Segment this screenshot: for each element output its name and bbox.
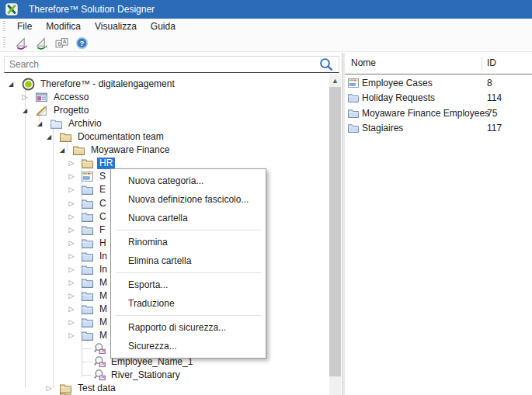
expanded-arrow-icon[interactable]: ◢ [20,105,30,116]
tree-row-river-stationary[interactable]: River_Stationary [0,369,329,382]
menu-separator [116,272,261,273]
collapsed-arrow-icon[interactable]: ▷ [67,290,76,302]
tree-row-moyaware-finance[interactable]: ◢Moyaware Finance [0,144,329,157]
tree-label[interactable]: Accesso [51,92,91,103]
list-row-moyaware-finance-employees[interactable]: Moyaware Finance Employees75 [345,106,532,121]
tree-label[interactable]: Progetto [51,105,91,116]
context-menu-item-traduzione[interactable]: Traduzione [111,294,266,313]
context-menu-item-esporta[interactable]: Esporta... [111,275,266,294]
menu-file[interactable]: File [10,21,39,32]
tree-label[interactable]: In [97,264,110,275]
menu-separator [116,315,261,316]
context-menu-item-sicurezza[interactable]: Sicurezza... [111,337,266,355]
tree-label[interactable]: F [97,224,107,236]
context-menu-item-rapporto-di-sicurezza[interactable]: Rapporto di sicurezza... [111,318,266,337]
column-divider[interactable] [482,57,482,71]
detail-panel: Nome ID Employee Cases8Holiday Requests1… [345,53,532,395]
collapsed-arrow-icon[interactable]: ▷ [67,224,76,236]
collapsed-arrow-icon[interactable]: ▷ [67,184,76,196]
list-item-id: 117 [487,123,502,133]
tree-row-progetto[interactable]: ◢Progetto [0,104,329,117]
search-input[interactable] [5,57,318,71]
list-item-name: Holiday Requests [362,92,435,103]
context-menu-item-rinomina[interactable]: Rinomina [111,233,266,251]
context-menu-item-nuova-cartella[interactable]: Nuova cartella [111,209,266,227]
folder-blue-icon [347,107,360,120]
tree-label[interactable]: In [97,251,110,262]
collapsed-arrow-icon[interactable]: ▷ [67,237,76,249]
list-row-holiday-requests[interactable]: Holiday Requests114 [345,91,532,106]
tree-label[interactable]: C [97,198,109,210]
expanded-arrow-icon[interactable]: ◢ [57,144,67,156]
context-menu-item-nuova-categoria[interactable]: Nuova categoria... [111,172,266,190]
expanded-arrow-icon[interactable]: ◢ [44,131,54,143]
designer-purple-icon[interactable] [12,35,30,50]
collapsed-arrow-icon[interactable]: ▷ [67,198,76,210]
tree-label[interactable]: M [97,290,110,302]
project-icon [35,104,48,117]
collapsed-arrow-icon[interactable]: ▷ [67,264,76,275]
help-icon[interactable]: ? [72,35,91,50]
collapsed-arrow-icon[interactable]: ▷ [67,277,76,289]
designer-green-icon[interactable] [32,35,50,50]
scroll-up-icon[interactable]: ▲ [329,74,341,87]
tree-row-therefore-digitalengagement[interactable]: ◢Therefore™ - digitalengagement [0,78,329,91]
tree-label[interactable]: S [97,171,108,182]
collapsed-arrow-icon[interactable]: ▷ [67,303,76,315]
category-icon [81,170,94,183]
list-item-name: Stagiaires [362,123,403,133]
folder-tan-icon [72,144,85,157]
column-header-id[interactable]: ID [487,57,496,68]
context-menu-item-elimina-cartella[interactable]: Elimina cartella [111,251,266,270]
folder-blue-icon [81,263,94,276]
search-icon[interactable] [318,57,334,72]
tree-label[interactable]: M [97,330,110,341]
collapsed-arrow-icon[interactable]: ▷ [67,211,76,223]
list-item-id: 75 [487,108,497,119]
list-item-name: Employee Cases [362,78,433,88]
tree-row-documentation-team[interactable]: ◢Documentation team [0,130,329,144]
tree-label[interactable]: Moyaware Finance [89,144,172,156]
list-row-stagiaires[interactable]: Stagiaires117 [345,121,532,136]
menu-modifica[interactable]: Modifica [39,21,88,32]
access-icon [35,91,48,104]
tree-label[interactable]: Archivio [66,118,104,130]
collapsed-arrow-icon[interactable]: ▷ [67,330,76,341]
collapsed-arrow-icon[interactable]: ▷ [20,92,30,103]
tree-row-accesso[interactable]: ▷Accesso [0,91,329,104]
collapsed-arrow-icon[interactable]: ▷ [67,171,76,182]
scrollbar-thumb[interactable] [329,87,341,376]
collapsed-arrow-icon[interactable]: ▷ [67,251,76,262]
folder-blue-icon [81,289,94,303]
translate-icon[interactable]: 6A [52,35,71,50]
menu-visualizza[interactable]: Visualizza [88,21,144,32]
folder-blue-icon [347,92,360,104]
folder-tan-icon [59,390,72,395]
tree-label[interactable]: Documentation team [75,131,166,143]
folder-blue-icon [81,223,94,237]
category-icon [347,77,360,89]
tree-label[interactable]: Therefore™ - digitalengagement [38,78,177,90]
tree-label[interactable]: H [97,237,109,249]
expanded-arrow-icon[interactable]: ◢ [35,118,44,130]
tree-label[interactable]: River_Stationary [109,369,183,381]
tree-label[interactable]: E [97,184,108,196]
collapsed-arrow-icon[interactable]: ▷ [67,158,76,169]
tree-label[interactable]: M [97,303,110,315]
list-header: Nome ID [345,53,532,74]
query-icon [93,342,106,355]
list-row-employee-cases[interactable]: Employee Cases8 [345,76,532,91]
collapsed-arrow-icon[interactable]: ▷ [67,317,76,328]
tree-label[interactable]: M [97,317,110,328]
tree-label[interactable]: C [97,211,109,223]
menu-guida[interactable]: Guida [144,21,183,32]
tree-row[interactable] [0,390,329,395]
folder-blue-icon [81,250,94,263]
tree-row-archivio[interactable]: ◢Archivio [0,117,329,130]
context-menu-item-nuova-definizione-fascicolo[interactable]: Nuova definizione fascicolo... [111,190,266,209]
tree-label[interactable]: M [97,277,110,289]
tree-scrollbar[interactable]: ▲ [329,74,341,395]
column-header-nome[interactable]: Nome [351,57,376,68]
expanded-arrow-icon[interactable]: ◢ [6,78,16,90]
server-icon [22,78,35,91]
